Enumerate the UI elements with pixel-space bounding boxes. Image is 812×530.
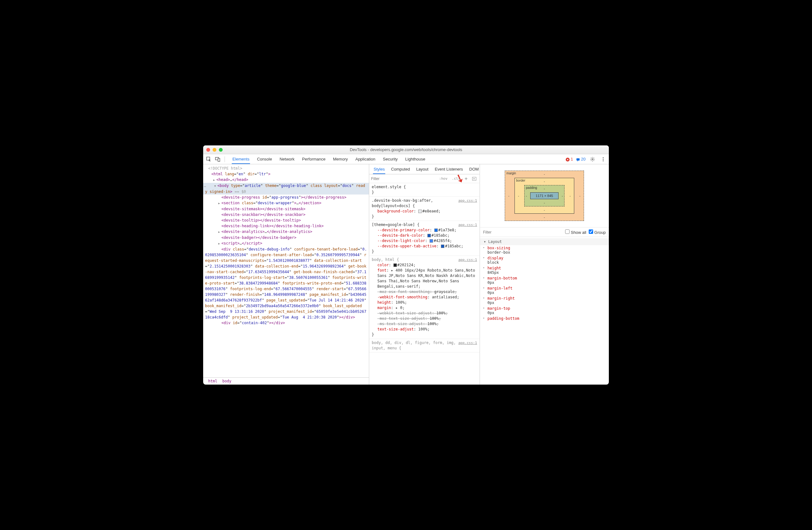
cls-toggle[interactable]: .cls xyxy=(451,176,462,181)
svg-rect-4 xyxy=(577,158,580,161)
computed-property[interactable]: margin-top0px xyxy=(480,306,609,316)
main-toolbar: ElementsConsoleNetworkPerformanceMemoryA… xyxy=(203,154,609,164)
tab-console[interactable]: Console xyxy=(256,155,273,164)
breadcrumb: htmlbody xyxy=(203,377,369,385)
tab-memory[interactable]: Memory xyxy=(332,155,348,164)
tab-network[interactable]: Network xyxy=(279,155,295,164)
computed-property[interactable]: box-sizingborder-box xyxy=(480,245,609,255)
computed-panel: margin - - - - border - - - - padding - xyxy=(480,164,609,385)
source-link[interactable]: app.css:1 xyxy=(458,340,477,351)
computed-list[interactable]: ▾ Layoutbox-sizingborder-boxdisplayblock… xyxy=(480,237,609,385)
titlebar: DevTools - developers.google.com/web/too… xyxy=(203,145,609,154)
breadcrumb-item[interactable]: body xyxy=(220,378,234,384)
subtab-styles[interactable]: Styles xyxy=(373,165,385,174)
close-window-button[interactable] xyxy=(206,148,210,152)
computed-property[interactable]: padding-bottom xyxy=(480,316,609,321)
toggle-rendering-icon[interactable] xyxy=(471,176,478,181)
styles-panel: StylesComputedLayoutEvent ListenersDOM B… xyxy=(369,164,480,385)
css-rule[interactable]: body, html {app.css:1color: #202124;font… xyxy=(369,256,480,339)
svg-point-5 xyxy=(592,158,593,160)
computed-filter-row: Show all Group xyxy=(480,227,609,237)
svg-point-6 xyxy=(603,157,604,158)
computed-property[interactable]: displayblock xyxy=(480,255,609,265)
dom-node[interactable]: <div id="contain-402"></div> xyxy=(203,320,369,326)
dom-node[interactable]: <devsite-progress id="app-progress"></de… xyxy=(203,195,369,200)
device-toggle-icon[interactable] xyxy=(214,155,221,163)
css-rule[interactable]: .devsite-book-nav-bg:after, body[layout=… xyxy=(369,197,480,221)
dom-node[interactable]: ▶<script>…</script> xyxy=(203,240,369,247)
breadcrumb-item[interactable]: html xyxy=(206,378,220,384)
inspect-element-icon[interactable] xyxy=(205,155,213,163)
computed-property[interactable]: height845px xyxy=(480,265,609,275)
subtab-event-listeners[interactable]: Event Listeners xyxy=(434,165,464,173)
dom-node[interactable]: ▶<section class="devsite-wrapper">…</sec… xyxy=(203,200,369,206)
css-rule[interactable]: body, dd, div, dl, figure, form, img, in… xyxy=(369,339,480,352)
svg-point-7 xyxy=(603,158,604,159)
dom-node[interactable]: <html lang="en" dir="ltr"> xyxy=(203,171,369,177)
styles-filter-row: :hov .cls + ➘ xyxy=(369,175,480,183)
padding-label: padding xyxy=(526,186,537,190)
dom-node[interactable]: <devsite-badger></devsite-badger> xyxy=(203,235,369,240)
dom-node[interactable]: <!DOCTYPE html> xyxy=(203,166,369,171)
dom-node[interactable]: <devsite-sitemask></devsite-sitemask> xyxy=(203,206,369,212)
dom-node[interactable]: ▶<devsite-analytics>…</devsite-analytics… xyxy=(203,229,369,235)
tab-security[interactable]: Security xyxy=(382,155,398,164)
minimize-window-button[interactable] xyxy=(213,148,216,152)
dom-node[interactable]: <devsite-snackbar></devsite-snackbar> xyxy=(203,212,369,218)
devtools-window: DevTools - developers.google.com/web/too… xyxy=(203,145,609,385)
box-model-diagram[interactable]: margin - - - - border - - - - padding - xyxy=(480,164,609,227)
subtab-dom-breakpoints[interactable]: DOM Breakpoints xyxy=(468,165,480,173)
tab-lighthouse[interactable]: Lighthouse xyxy=(405,155,426,164)
computed-property[interactable]: margin-bottom0px xyxy=(480,275,609,285)
svg-rect-2 xyxy=(218,158,220,162)
border-label: border xyxy=(516,179,525,182)
source-link[interactable]: app.css:1 xyxy=(458,222,477,227)
styles-filter-input[interactable] xyxy=(371,177,436,181)
dom-node[interactable]: <div class="devsite-debug-info" configur… xyxy=(203,247,369,320)
traffic-lights xyxy=(206,148,223,152)
tab-application[interactable]: Application xyxy=(355,155,376,164)
source-link[interactable]: app.css:1 xyxy=(458,198,477,209)
settings-icon[interactable] xyxy=(589,155,596,163)
content-size: 1171 × 845 xyxy=(530,192,558,199)
toolbar-right: 1 20 xyxy=(566,155,607,163)
subtab-layout[interactable]: Layout xyxy=(416,165,429,173)
styles-rules-list[interactable]: element.style {}.devsite-book-nav-bg:aft… xyxy=(369,183,480,385)
error-count-badge[interactable]: 1 xyxy=(566,157,573,162)
subtab-computed[interactable]: Computed xyxy=(390,165,410,173)
elements-panel: <!DOCTYPE html><html lang="en" dir="ltr"… xyxy=(203,164,369,385)
window-title: DevTools - developers.google.com/web/too… xyxy=(350,147,462,152)
hov-toggle[interactable]: :hov xyxy=(438,176,449,181)
source-link[interactable]: app.css:1 xyxy=(458,257,477,263)
dom-node[interactable]: ▶<head>…</head> xyxy=(203,177,369,183)
computed-property[interactable]: margin-left0px xyxy=(480,285,609,295)
margin-label: margin xyxy=(506,171,516,175)
computed-property[interactable]: margin-right0px xyxy=(480,295,609,306)
show-all-checkbox[interactable]: Show all xyxy=(565,229,586,235)
content-area: <!DOCTYPE html><html lang="en" dir="ltr"… xyxy=(203,164,609,385)
main-tabs: ElementsConsoleNetworkPerformanceMemoryA… xyxy=(232,155,426,164)
group-checkbox[interactable]: Group xyxy=(589,229,606,235)
new-style-rule-button[interactable]: + xyxy=(463,175,469,182)
zoom-window-button[interactable] xyxy=(219,148,223,152)
computed-filter-input[interactable] xyxy=(483,230,563,235)
css-rule[interactable]: [theme=google-blue] {app.css:1--devsite-… xyxy=(369,221,480,256)
dom-node[interactable]: <devsite-heading-link></devsite-heading-… xyxy=(203,223,369,229)
dom-tree[interactable]: <!DOCTYPE html><html lang="en" dir="ltr"… xyxy=(203,164,369,377)
computed-group-header[interactable]: ▾ Layout xyxy=(480,238,609,245)
css-rule[interactable]: element.style {} xyxy=(369,183,480,197)
tab-performance[interactable]: Performance xyxy=(302,155,326,164)
svg-point-8 xyxy=(603,160,604,161)
styles-subtabs: StylesComputedLayoutEvent ListenersDOM B… xyxy=(369,164,480,175)
divider xyxy=(224,156,225,162)
more-menu-icon[interactable] xyxy=(599,155,607,163)
tab-elements[interactable]: Elements xyxy=(232,155,250,164)
dom-node[interactable]: …▼<body type="article" theme="google-blu… xyxy=(203,183,369,195)
dom-node[interactable]: <devsite-tooltip></devsite-tooltip> xyxy=(203,218,369,223)
message-count-badge[interactable]: 20 xyxy=(576,157,585,162)
